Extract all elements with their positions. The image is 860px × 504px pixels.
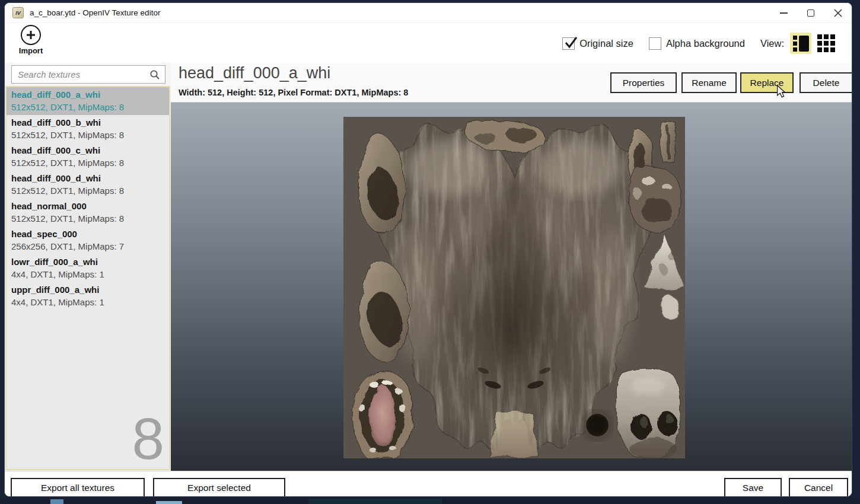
alpha-background-checkbox[interactable]: [649, 37, 661, 50]
texture-details: 512x512, DXT1, MipMaps: 8: [11, 212, 164, 225]
background-window-strip: [0, 497, 860, 504]
texture-name: head_normal_000: [11, 200, 164, 212]
checkmark-icon: [563, 35, 579, 50]
close-icon: [834, 9, 842, 17]
search-input[interactable]: [12, 69, 149, 79]
texture-list-item[interactable]: head_normal_000 512x512, DXT1, MipMaps: …: [7, 199, 169, 227]
export-selected-button[interactable]: Export selected: [153, 478, 285, 497]
maximize-icon: [807, 9, 814, 17]
texture-list-item[interactable]: lowr_diff_000_a_whi 4x4, DXT1, MipMaps: …: [7, 254, 169, 282]
maximize-button[interactable]: [797, 3, 824, 23]
title-bar: IV a_c_boar.ytd - OpenIV Texture editor: [5, 3, 852, 23]
view-label: View:: [760, 38, 784, 49]
texture-details: 4x4, DXT1, MipMaps: 1: [11, 296, 164, 308]
texture-name: uppr_diff_000_a_whi: [11, 283, 164, 296]
texture-preview-area: [171, 102, 852, 471]
texture-details: 512x512, DXT1, MipMaps: 8: [11, 129, 164, 141]
main-header: head_diff_000_a_whi Width: 512, Height: …: [171, 63, 852, 102]
rename-button[interactable]: Rename: [681, 72, 737, 93]
texture-details: 512x512, DXT1, MipMaps: 8: [11, 101, 164, 113]
cancel-button[interactable]: Cancel: [789, 478, 848, 497]
original-size-checkbox[interactable]: [562, 37, 575, 50]
boar-hide-texture-image: [343, 117, 685, 458]
original-size-label: Original size: [579, 38, 633, 49]
texture-name: head_spec_000: [11, 228, 164, 240]
view-grid-button[interactable]: [816, 33, 837, 54]
background-window-fragment: [50, 499, 63, 504]
minimize-button[interactable]: [770, 3, 797, 23]
background-window-fragment: [156, 501, 182, 504]
alpha-background-label: Alpha background: [666, 38, 745, 49]
texture-name: head_diff_000_c_whi: [11, 144, 164, 157]
delete-button[interactable]: Delete: [800, 72, 852, 93]
texture-count-badge: 8: [132, 410, 164, 468]
save-button[interactable]: Save: [724, 478, 782, 497]
texture-list-item[interactable]: uppr_diff_000_a_whi 4x4, DXT1, MipMaps: …: [7, 282, 169, 310]
texture-list: head_diff_000_a_whi 512x512, DXT1, MipMa…: [5, 86, 170, 470]
texture-list-item[interactable]: head_diff_000_d_whi 512x512, DXT1, MipMa…: [7, 171, 169, 199]
selected-texture-info: Width: 512, Height: 512, Pixel Format: D…: [179, 88, 408, 97]
texture-details: 4x4, DXT1, MipMaps: 1: [11, 268, 164, 280]
texture-list-item[interactable]: head_diff_000_a_whi 512x512, DXT1, MipMa…: [7, 87, 169, 115]
search-box: [11, 65, 165, 84]
texture-name: head_diff_000_b_whi: [11, 116, 164, 129]
background-window-fragment: [308, 499, 442, 504]
import-label: Import: [12, 46, 49, 55]
mouse-cursor: [775, 85, 787, 98]
texture-list-item[interactable]: head_diff_000_b_whi 512x512, DXT1, MipMa…: [7, 115, 169, 143]
footer-bar: Export all textures Export selected Save…: [5, 471, 852, 497]
texture-list-item[interactable]: head_diff_000_c_whi 512x512, DXT1, MipMa…: [7, 143, 169, 171]
texture-details: 512x512, DXT1, MipMaps: 8: [11, 184, 164, 197]
close-button[interactable]: [824, 3, 852, 23]
texture-name: head_diff_000_a_whi: [11, 88, 164, 101]
search-icon[interactable]: [149, 69, 160, 80]
texture-list-item[interactable]: head_spec_000 256x256, DXT1, MipMaps: 7: [7, 227, 169, 254]
texture-editor-window: IV a_c_boar.ytd - OpenIV Texture editor …: [4, 2, 852, 497]
texture-name: lowr_diff_000_a_whi: [11, 256, 164, 268]
texture-details: 256x256, DXT1, MipMaps: 7: [11, 240, 164, 253]
view-details-button[interactable]: [790, 33, 811, 54]
view-details-icon: [793, 36, 809, 52]
toolbar: Import Original size Alpha background Vi…: [5, 23, 852, 63]
selected-texture-title: head_diff_000_a_whi: [179, 64, 330, 82]
view-grid-icon: [817, 34, 835, 52]
properties-button[interactable]: Properties: [610, 72, 677, 93]
import-button[interactable]: Import: [12, 25, 49, 55]
window-title: a_c_boar.ytd - OpenIV Texture editor: [30, 8, 160, 17]
openiv-app-icon: IV: [12, 7, 24, 18]
texture-details: 512x512, DXT1, MipMaps: 8: [11, 157, 164, 169]
minimize-icon: [780, 12, 788, 14]
sidebar: head_diff_000_a_whi 512x512, DXT1, MipMa…: [5, 63, 171, 471]
toolbar-options: Original size Alpha background View:: [562, 33, 841, 54]
export-all-button[interactable]: Export all textures: [11, 478, 145, 497]
import-plus-icon: [21, 25, 41, 45]
texture-name: head_diff_000_d_whi: [11, 172, 164, 184]
